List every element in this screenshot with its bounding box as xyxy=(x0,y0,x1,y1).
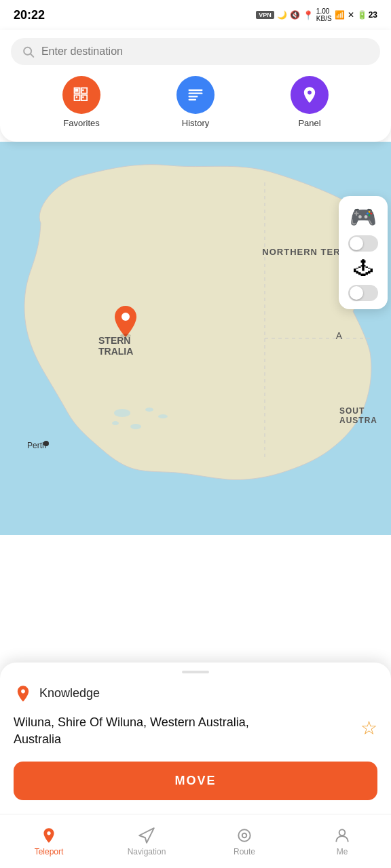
australia-map xyxy=(0,142,391,535)
battery-indicator: 🔋 23 xyxy=(357,10,377,20)
vpn-badge: VPN xyxy=(256,11,274,19)
map-background: NORTHERN TERRITORY STERN TRALIA SOUTAUST… xyxy=(0,142,391,535)
favorites-icon xyxy=(62,76,100,114)
toggle-2-knob xyxy=(350,286,363,300)
svg-line-1 xyxy=(31,54,33,57)
nav-navigation[interactable]: Navigation xyxy=(98,827,196,856)
status-time: 20:22 xyxy=(14,8,45,22)
mute-icon: 🔇 xyxy=(290,10,300,20)
history-button[interactable]: History xyxy=(176,76,215,128)
location-category-label: Knowledge xyxy=(39,686,100,701)
search-icon xyxy=(22,45,35,58)
nav-me[interactable]: Me xyxy=(293,827,391,856)
svg-point-16 xyxy=(339,829,346,835)
toggle-2[interactable] xyxy=(348,285,378,301)
teleport-icon xyxy=(40,827,58,844)
battery-level: 23 xyxy=(369,10,377,20)
svg-point-6 xyxy=(114,409,130,417)
game-controller-1-icon: 🎮 xyxy=(350,204,377,230)
wifi-icon: 📶 xyxy=(335,10,345,20)
perth-label: Perth xyxy=(27,441,47,450)
panel-label: Panel xyxy=(298,118,320,128)
nav-teleport-label: Teleport xyxy=(35,847,64,856)
location-detail-row: Wiluna, Shire Of Wiluna, Western Austral… xyxy=(14,714,377,748)
nav-route[interactable]: Route xyxy=(196,827,293,856)
nav-navigation-label: Navigation xyxy=(128,847,166,856)
route-icon xyxy=(236,827,253,844)
search-input[interactable] xyxy=(41,45,369,58)
battery-icon: 🔋 xyxy=(357,10,367,20)
svg-point-8 xyxy=(145,408,153,412)
svg-point-12 xyxy=(122,313,130,321)
move-button[interactable]: MOVE xyxy=(14,762,377,800)
toggle-1[interactable] xyxy=(348,235,378,252)
svg-point-10 xyxy=(158,414,168,418)
nav-teleport[interactable]: Teleport xyxy=(0,827,98,856)
svg-point-13 xyxy=(120,334,131,338)
favorites-label: Favorites xyxy=(63,118,99,128)
moon-icon: 🌙 xyxy=(277,10,287,20)
speed-indicator: 1.00KB/S xyxy=(316,7,332,22)
toggle-1-knob xyxy=(350,237,363,250)
status-icons: VPN 🌙 🔇 📍 1.00KB/S 📶 ✕ 🔋 23 xyxy=(256,7,377,22)
location-full-name: Wiluna, Shire Of Wiluna, Western Austral… xyxy=(14,714,285,748)
location-category-row: Knowledge xyxy=(14,684,377,703)
panel-icon xyxy=(291,76,329,114)
favorites-button[interactable]: Favorites xyxy=(62,76,100,128)
quick-actions: Favorites History Panel xyxy=(11,65,380,134)
sa-label: SOUTAUSTRA xyxy=(339,406,377,425)
navigation-icon xyxy=(138,827,155,844)
location-icon: 📍 xyxy=(303,10,314,20)
search-box[interactable] xyxy=(11,38,380,65)
panel-button[interactable]: Panel xyxy=(291,76,329,128)
bottom-nav: Teleport Navigation Route Me xyxy=(0,814,391,868)
x-icon: ✕ xyxy=(348,10,354,20)
status-bar: 20:22 VPN 🌙 🔇 📍 1.00KB/S 📶 ✕ 🔋 23 xyxy=(0,0,391,30)
history-label: History xyxy=(182,118,209,128)
game-controller-2-icon: 🕹 xyxy=(354,257,373,279)
location-category-icon xyxy=(14,684,33,703)
history-icon xyxy=(176,76,215,114)
svg-point-7 xyxy=(130,424,141,429)
a-label: A xyxy=(336,330,342,341)
favorite-star-icon[interactable]: ☆ xyxy=(360,717,377,739)
map-container[interactable]: NORTHERN TERRITORY STERN TRALIA SOUTAUST… xyxy=(0,142,391,535)
nav-route-label: Route xyxy=(234,847,255,856)
floating-panel: 🎮 🕹 xyxy=(339,196,388,309)
search-area: Favorites History Panel xyxy=(0,30,391,142)
bottom-sheet: Knowledge Wiluna, Shire Of Wiluna, Weste… xyxy=(0,663,391,814)
svg-point-15 xyxy=(242,833,247,837)
sheet-handle xyxy=(182,671,209,673)
nav-me-label: Me xyxy=(337,847,348,856)
map-pin xyxy=(112,304,139,338)
wa-text-2: TRALIA xyxy=(98,346,133,357)
me-icon xyxy=(333,827,351,844)
svg-point-9 xyxy=(112,421,119,425)
svg-point-14 xyxy=(238,829,250,841)
